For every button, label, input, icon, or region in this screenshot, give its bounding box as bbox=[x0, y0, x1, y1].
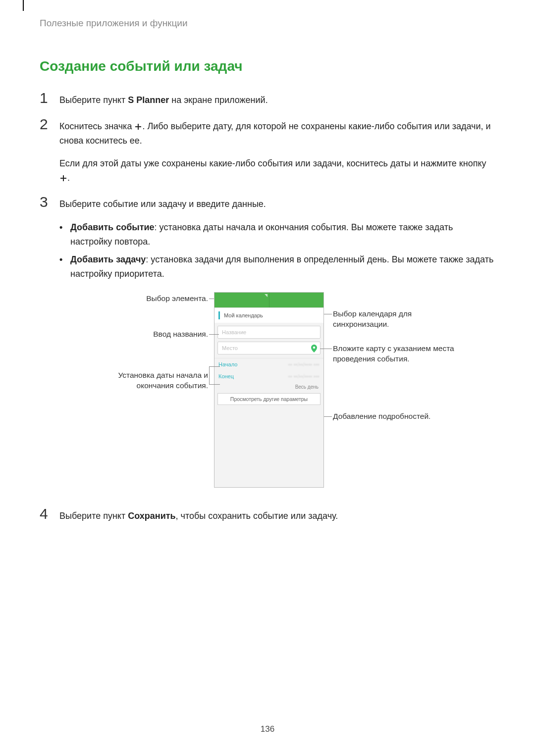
blurred-value: ▪▪ ▪▪/▪▪/▪▪▪▪ ▪▪▪ bbox=[288, 361, 320, 367]
text: Выбор календаря для bbox=[333, 309, 412, 318]
step-body: Коснитесь значка . Либо выберите дату, д… bbox=[59, 116, 495, 148]
step-2-note: Если для этой даты уже сохранены какие-л… bbox=[59, 156, 495, 185]
text: Вложите карту с указанием места bbox=[333, 344, 454, 353]
text: на экране приложений. bbox=[169, 95, 268, 105]
text: окончания события. bbox=[137, 381, 208, 390]
text: Выберите пункт bbox=[59, 511, 128, 521]
label: Конец bbox=[218, 373, 234, 379]
text: Установка даты начала и bbox=[118, 371, 208, 379]
step-body: Выберите пункт S Planner на экране прило… bbox=[59, 90, 495, 107]
bullet-item: • Добавить задачу: установка задачи для … bbox=[59, 252, 495, 281]
leader-line bbox=[209, 384, 220, 385]
callout-choose-calendar: Выбор календаря для синхронизации. bbox=[333, 309, 491, 330]
tab-event[interactable] bbox=[214, 293, 269, 307]
text: Если для этой даты уже сохранены какие-л… bbox=[59, 158, 486, 168]
step-body: Выберите пункт Сохранить, чтобы сохранит… bbox=[59, 506, 495, 523]
bullet-item: • Добавить событие: установка даты начал… bbox=[59, 220, 495, 249]
calendar-color-bar bbox=[218, 311, 220, 319]
text: Коснитесь значка bbox=[59, 121, 134, 131]
more-params-button[interactable]: Просмотреть другие параметры bbox=[217, 393, 321, 405]
step-number: 3 bbox=[40, 194, 57, 210]
step-4: 4 Выберите пункт Сохранить, чтобы сохран… bbox=[40, 506, 495, 523]
text: синхронизации. bbox=[333, 320, 389, 328]
leader-line bbox=[209, 299, 214, 299]
page-number: 136 bbox=[0, 724, 535, 734]
bullet-list: • Добавить событие: установка даты начал… bbox=[59, 220, 495, 281]
text-bold: S Planner bbox=[128, 95, 169, 105]
text-bold: Сохранить bbox=[128, 511, 175, 521]
callout-attach-map: Вложите карту с указанием места проведен… bbox=[333, 344, 501, 364]
step-number: 1 bbox=[40, 90, 57, 106]
leader-line bbox=[320, 349, 332, 349]
phone-mockup: Мой календарь Название Место Начало ▪▪ ▪… bbox=[214, 292, 324, 488]
plus-icon bbox=[59, 173, 67, 183]
placeholder-text: Название bbox=[222, 329, 246, 335]
leader-line bbox=[209, 334, 219, 335]
start-date-row[interactable]: Начало ▪▪ ▪▪/▪▪/▪▪▪▪ ▪▪▪ bbox=[214, 358, 323, 370]
location-input[interactable]: Место bbox=[217, 342, 321, 354]
end-date-row[interactable]: Конец ▪▪ ▪▪/▪▪/▪▪▪▪ ▪▪▪ bbox=[214, 370, 323, 382]
leader-line bbox=[209, 366, 220, 367]
step-number: 2 bbox=[40, 116, 57, 132]
text: Выберите пункт bbox=[59, 95, 128, 105]
tab-row[interactable] bbox=[214, 293, 323, 307]
all-day-toggle[interactable]: Весь день bbox=[214, 382, 323, 392]
leader-line bbox=[324, 416, 332, 417]
placeholder-text: Место bbox=[222, 345, 238, 351]
title-input[interactable]: Название bbox=[217, 326, 321, 339]
tab-task[interactable] bbox=[269, 293, 324, 307]
step-1: 1 Выберите пункт S Planner на экране при… bbox=[40, 90, 495, 107]
section-heading: Создание событий или задач bbox=[40, 58, 495, 74]
plus-icon bbox=[134, 121, 142, 131]
callout-enter-title: Ввод названия. bbox=[84, 330, 208, 339]
blurred-value: ▪▪ ▪▪/▪▪/▪▪▪▪ ▪▪▪ bbox=[288, 373, 320, 379]
step-2: 2 Коснитесь значка . Либо выберите дату,… bbox=[40, 116, 495, 148]
step-number: 4 bbox=[40, 506, 57, 522]
bullet-marker: • bbox=[59, 220, 70, 249]
calendar-selector[interactable]: Мой календарь bbox=[214, 307, 323, 323]
text: . bbox=[67, 173, 70, 183]
leader-line bbox=[209, 366, 210, 384]
callout-add-details: Добавление подробностей. bbox=[333, 412, 491, 421]
callout-set-dates: Установка даты начала и окончания событи… bbox=[64, 370, 208, 391]
annotated-screenshot: Мой календарь Название Место Начало ▪▪ ▪… bbox=[40, 292, 495, 499]
bullet-label: Добавить событие bbox=[70, 222, 155, 232]
text: , чтобы сохранить событие или задачу. bbox=[176, 511, 338, 521]
bullet-marker: • bbox=[59, 252, 70, 281]
leader-line bbox=[324, 314, 332, 314]
text: проведения события. bbox=[333, 354, 410, 363]
label: Начало bbox=[218, 361, 237, 367]
step-3: 3 Выберите событие или задачу и введите … bbox=[40, 194, 495, 211]
chapter-title: Полезные приложения и функции bbox=[40, 18, 495, 29]
step-body: Выберите событие или задачу и введите да… bbox=[59, 194, 495, 211]
bullet-label: Добавить задачу bbox=[70, 254, 146, 264]
callout-select-element: Выбор элемента. bbox=[84, 294, 208, 303]
calendar-name: Мой календарь bbox=[224, 312, 263, 318]
